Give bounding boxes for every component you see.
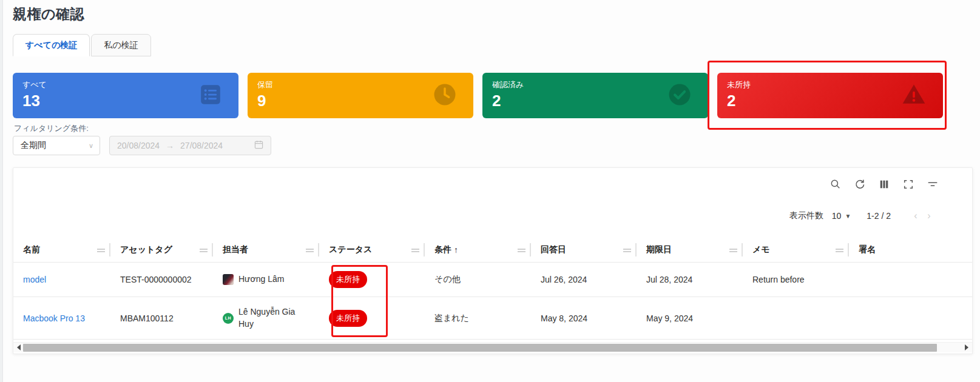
drag-handle-icon[interactable] xyxy=(306,245,314,255)
avatar: LH xyxy=(223,313,234,324)
cell-condition: その他 xyxy=(425,263,531,297)
cell-asset-tag: MBAM100112 xyxy=(110,297,213,339)
pagination-range: 1-2 / 2 xyxy=(867,211,891,221)
column-header-condition[interactable]: 条件 ↑ xyxy=(425,237,531,262)
table-header: 名前 アセットタグ 担当者 ステータス 条件 ↑ 回答日 期限日 xyxy=(13,237,972,263)
page-size-label: 表示件数 xyxy=(789,210,823,221)
cell-memo xyxy=(743,297,849,339)
table-row: Macbook Pro 13 MBAM100112 LH Lê Nguyễn G… xyxy=(13,297,972,340)
horizontal-scrollbar xyxy=(13,342,972,352)
status-badge: 未所持 xyxy=(329,271,367,288)
cell-answer-date: Jul 26, 2024 xyxy=(531,263,637,297)
period-select[interactable]: 全期間 ∨ xyxy=(13,136,100,155)
page-title: 親権の確認 xyxy=(13,5,84,24)
cell-name: Macbook Pro 13 xyxy=(13,297,110,339)
stat-card-confirmed[interactable]: 確認済み 2 xyxy=(482,73,708,118)
column-header-signature[interactable]: 署名 xyxy=(849,237,972,262)
card-value: 13 xyxy=(22,92,229,110)
cell-asset-tag: TEST-0000000002 xyxy=(110,263,213,297)
page-size-select[interactable]: 10 ▼ xyxy=(832,211,851,221)
cell-due-date: Jul 28, 2024 xyxy=(637,263,743,297)
columns-icon[interactable] xyxy=(879,179,890,190)
scroll-left-arrow[interactable] xyxy=(17,344,21,350)
asset-link[interactable]: model xyxy=(23,275,46,284)
date-range-picker[interactable]: 20/08/2024 → 27/08/2024 xyxy=(109,136,271,155)
sort-ascending-icon: ↑ xyxy=(454,245,458,255)
calendar-icon xyxy=(254,140,263,151)
table-row: model TEST-0000000002 Hương Lâm 未所持 その他 … xyxy=(13,263,972,297)
column-header-assignee[interactable]: 担当者 xyxy=(213,237,319,262)
column-header-status[interactable]: ステータス xyxy=(319,237,425,262)
column-header-due-date[interactable]: 期限日 xyxy=(637,237,743,262)
page-size-value: 10 xyxy=(832,211,842,221)
cell-condition: 盗まれた xyxy=(425,297,531,339)
period-select-value: 全期間 xyxy=(21,140,46,151)
scrollbar-thumb[interactable] xyxy=(23,344,937,352)
status-badge: 未所持 xyxy=(329,310,367,327)
avatar xyxy=(223,274,234,285)
column-header-name[interactable]: 名前 xyxy=(13,237,110,262)
stat-card-pending[interactable]: 保留 9 xyxy=(248,73,473,118)
cell-signature xyxy=(849,263,972,297)
drag-handle-icon[interactable] xyxy=(729,245,737,255)
table-body: model TEST-0000000002 Hương Lâm 未所持 その他 … xyxy=(13,263,972,340)
drag-handle-icon[interactable] xyxy=(200,245,208,255)
arrow-right-icon: → xyxy=(166,141,174,150)
table-toolbar xyxy=(830,179,938,190)
chevron-down-icon: ∨ xyxy=(89,142,93,150)
fullscreen-icon[interactable] xyxy=(903,179,914,190)
filter-label: フィルタリング条件: xyxy=(14,123,89,134)
card-label: すべて xyxy=(22,79,229,90)
date-to: 27/08/2024 xyxy=(180,141,223,150)
column-header-answer-date[interactable]: 回答日 xyxy=(531,237,637,262)
drag-handle-icon[interactable] xyxy=(97,245,105,255)
reload-icon[interactable] xyxy=(854,179,865,190)
date-from: 20/08/2024 xyxy=(117,141,160,150)
column-header-memo[interactable]: メモ xyxy=(743,237,849,262)
stat-card-not-possessed[interactable]: 未所持 2 xyxy=(717,73,943,118)
cell-signature xyxy=(849,297,972,339)
drag-handle-icon[interactable] xyxy=(836,245,843,255)
cell-name: model xyxy=(13,263,110,297)
stat-cards: すべて 13 保留 9 確認済み 2 未所持 2 xyxy=(13,73,943,118)
column-header-asset-tag[interactable]: アセットタグ xyxy=(110,237,213,262)
drag-handle-icon[interactable] xyxy=(411,245,419,255)
filter-icon[interactable] xyxy=(927,179,938,190)
cell-status: 未所持 xyxy=(319,297,425,339)
drag-handle-icon[interactable] xyxy=(518,245,525,255)
cell-due-date: May 9, 2024 xyxy=(637,297,743,339)
cell-assignee: LH Lê Nguyễn Gia Huy xyxy=(213,297,319,339)
list-icon xyxy=(198,82,223,109)
cell-answer-date: May 8, 2024 xyxy=(531,297,637,339)
verification-table-panel: 表示件数 10 ▼ 1-2 / 2 ‹ › 名前 アセットタグ 担当者 ステータ… xyxy=(13,167,973,354)
left-edge-strip xyxy=(0,0,3,382)
stat-card-all[interactable]: すべて 13 xyxy=(13,73,238,118)
next-page-button[interactable]: › xyxy=(922,210,936,221)
tab-all-verifications[interactable]: すべての検証 xyxy=(13,34,90,56)
cell-status: 未所持 xyxy=(319,263,425,297)
pagination: 表示件数 10 ▼ 1-2 / 2 ‹ › xyxy=(789,210,936,221)
drag-handle-icon[interactable] xyxy=(623,245,631,255)
clock-icon xyxy=(432,82,458,110)
warning-icon xyxy=(901,81,927,110)
asset-link[interactable]: Macbook Pro 13 xyxy=(23,313,85,323)
caret-down-icon: ▼ xyxy=(845,213,851,219)
check-circle-icon xyxy=(667,82,692,110)
tab-my-verifications[interactable]: 私の検証 xyxy=(91,34,150,56)
prev-page-button[interactable]: ‹ xyxy=(909,210,922,221)
tabbar: すべての検証 私の検証 xyxy=(13,34,152,56)
cell-memo: Return before xyxy=(743,263,849,297)
scroll-right-arrow[interactable] xyxy=(965,344,968,350)
search-icon[interactable] xyxy=(830,179,841,190)
cell-assignee: Hương Lâm xyxy=(213,263,319,297)
